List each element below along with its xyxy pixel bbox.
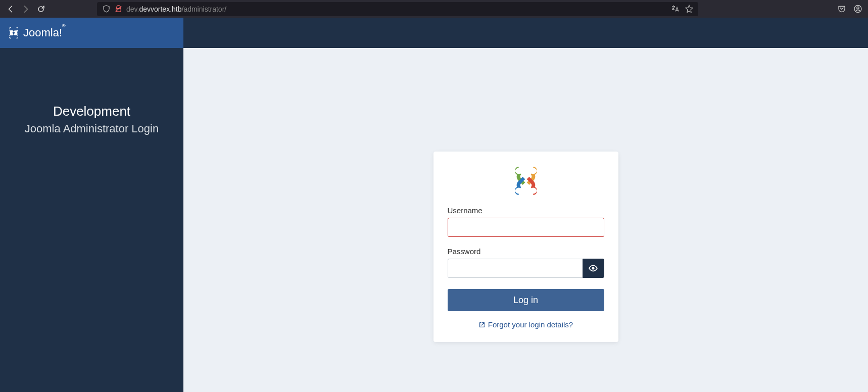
external-link-icon: [478, 321, 486, 328]
username-group: Username: [448, 206, 604, 237]
sidebar: Joomla!® Development Joomla Administrato…: [0, 18, 183, 392]
account-icon[interactable]: [854, 5, 862, 13]
svg-point-4: [592, 267, 594, 269]
topbar: [183, 18, 868, 48]
login-button[interactable]: Log in: [448, 289, 604, 311]
content-area: Username Password: [183, 48, 868, 392]
browser-toolbar: dev.devvortex.htb/administrator/: [0, 0, 868, 18]
password-label: Password: [448, 247, 604, 256]
main-area: Username Password: [183, 18, 868, 392]
url-text: dev.devvortex.htb/administrator/: [126, 5, 226, 13]
login-card: Username Password: [433, 152, 618, 342]
pocket-icon[interactable]: [838, 5, 846, 13]
joomla-symbol-icon: [448, 165, 604, 197]
app-container: Joomla!® Development Joomla Administrato…: [0, 18, 868, 392]
joomla-logo-text: Joomla!®: [23, 26, 66, 39]
shield-icon: [102, 5, 110, 13]
username-label: Username: [448, 206, 604, 215]
page-subtitle: Joomla Administrator Login: [0, 122, 183, 135]
eye-icon: [589, 264, 598, 273]
show-password-button[interactable]: [583, 259, 604, 278]
joomla-logo-icon: [7, 26, 20, 39]
back-button[interactable]: [6, 5, 15, 14]
forward-button[interactable]: [21, 5, 30, 14]
lock-insecure-icon: [114, 5, 122, 13]
site-title: Development: [0, 104, 183, 119]
reload-button[interactable]: [36, 5, 45, 14]
forgot-login-text: Forgot your login details?: [488, 320, 573, 329]
logo-bar: Joomla!®: [0, 18, 183, 48]
address-bar[interactable]: dev.devvortex.htb/administrator/: [97, 2, 698, 16]
sidebar-titles: Development Joomla Administrator Login: [0, 48, 183, 135]
translate-icon[interactable]: [671, 5, 679, 13]
password-input[interactable]: [448, 259, 583, 278]
joomla-logo: Joomla!®: [7, 26, 66, 39]
svg-point-3: [857, 7, 859, 9]
username-input[interactable]: [448, 218, 604, 237]
bookmark-star-icon[interactable]: [685, 5, 693, 13]
password-group: Password: [448, 247, 604, 278]
forgot-login-link[interactable]: Forgot your login details?: [448, 320, 604, 329]
